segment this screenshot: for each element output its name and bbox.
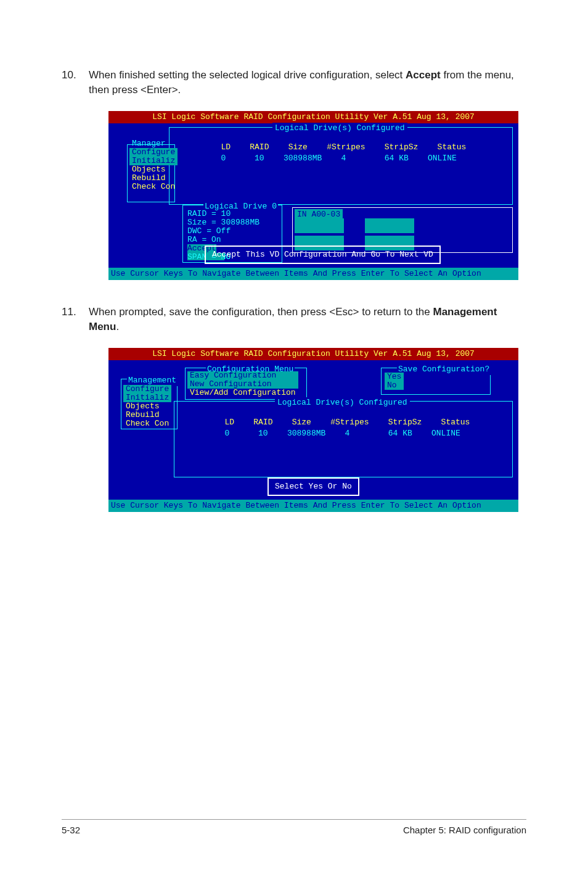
save-yes[interactable]: Yes [385, 373, 404, 381]
table-row: 0 10 308988MB 4 64 KB ONLINE [186, 417, 460, 451]
cell-size: 308988MB [287, 429, 325, 438]
menu-configure[interactable]: Configure [123, 385, 171, 394]
menu-manager[interactable]: Manager [129, 139, 178, 148]
step-11: 11. When prompted, save the configuratio… [62, 305, 526, 334]
cell-stripsz: 64 KB [388, 429, 412, 438]
hint-box: Select Yes Or No [267, 477, 359, 496]
cfg-new[interactable]: New Configuration [187, 380, 298, 389]
text: When finished setting the selected logic… [89, 69, 406, 81]
cfg-viewadd[interactable]: View/Add Configuration [187, 389, 298, 397]
cell-ld: 0 [221, 154, 226, 163]
menu-checkcon[interactable]: Check Con [123, 419, 171, 428]
menu-objects[interactable]: Objects [129, 165, 178, 174]
accept-bold: Accept [406, 69, 441, 81]
cell-raid: 10 [258, 429, 268, 438]
cell-stripsz: 64 KB [385, 154, 409, 163]
cell-status: ONLINE [431, 429, 460, 438]
slot-block-1 [295, 218, 344, 233]
cell-stripes: 4 [341, 154, 346, 163]
cell-size: 308988MB [284, 154, 322, 163]
cfg-easy[interactable]: Easy Configuration [187, 371, 298, 380]
menu-rebuild[interactable]: Rebuild [123, 411, 171, 419]
cell-status: ONLINE [428, 154, 457, 163]
hint-box: Accept This VD Configuration And Go To N… [205, 245, 441, 264]
save-opts[interactable]: Yes No [385, 373, 404, 390]
bios-title: LSI Logic Software RAID Configuration Ut… [108, 348, 518, 360]
bios-footer: Use Cursor Keys To Navigate Between Item… [108, 268, 518, 280]
step-text: When prompted, save the configuration, t… [89, 305, 526, 334]
ld0-dwc: DWC = Off [187, 227, 259, 236]
menu-objects[interactable]: Objects [123, 402, 171, 411]
menu-initialize[interactable]: Initializ [129, 157, 178, 165]
save-title: Save Configuration? [397, 364, 491, 375]
slot-block-2 [365, 218, 414, 233]
ld0-ra: RA = On [187, 236, 259, 244]
menu-rebuild[interactable]: Rebuild [129, 174, 178, 183]
ld0-raid: RAID = 10 [187, 210, 259, 218]
bios-screenshot-2: LSI Logic Software RAID Configuration Ut… [108, 348, 518, 512]
bios-screenshot-1: LSI Logic Software RAID Configuration Ut… [108, 111, 518, 280]
chapter-title: Chapter 5: RAID configuration [403, 823, 526, 836]
step-number: 10. [62, 68, 89, 97]
menu-initialize[interactable]: Initializ [123, 394, 171, 402]
cell-raid: 10 [255, 154, 264, 163]
ld0-size: Size = 308988MB [187, 218, 259, 227]
mgmt-menu[interactable]: Configure Initializ Objects Rebuild Chec… [123, 385, 171, 428]
page-number: 5-32 [62, 823, 80, 836]
step-number: 11. [62, 305, 89, 334]
table-row: 0 10 308988MB 4 64 KB ONLINE [182, 142, 457, 176]
text: . [116, 321, 119, 332]
page-footer: 5-32 Chapter 5: RAID configuration [62, 819, 526, 836]
bios-footer: Use Cursor Keys To Navigate Between Item… [108, 500, 518, 512]
bios-title: LSI Logic Software RAID Configuration Ut… [108, 111, 518, 123]
save-no[interactable]: No [385, 381, 404, 390]
step-10: 10. When finished setting the selected l… [62, 68, 526, 97]
menu-checkcon[interactable]: Check Con [129, 183, 178, 191]
cfg-menu[interactable]: Easy Configuration New Configuration Vie… [187, 371, 298, 397]
step-text: When finished setting the selected logic… [89, 68, 526, 97]
manager-menu[interactable]: Manager Configure Initializ Objects Rebu… [129, 139, 178, 191]
menu-configure[interactable]: Configure [129, 148, 178, 157]
cell-ld: 0 [224, 429, 229, 438]
text: When prompted, save the configuration, t… [89, 306, 433, 318]
cell-stripes: 4 [345, 429, 350, 438]
